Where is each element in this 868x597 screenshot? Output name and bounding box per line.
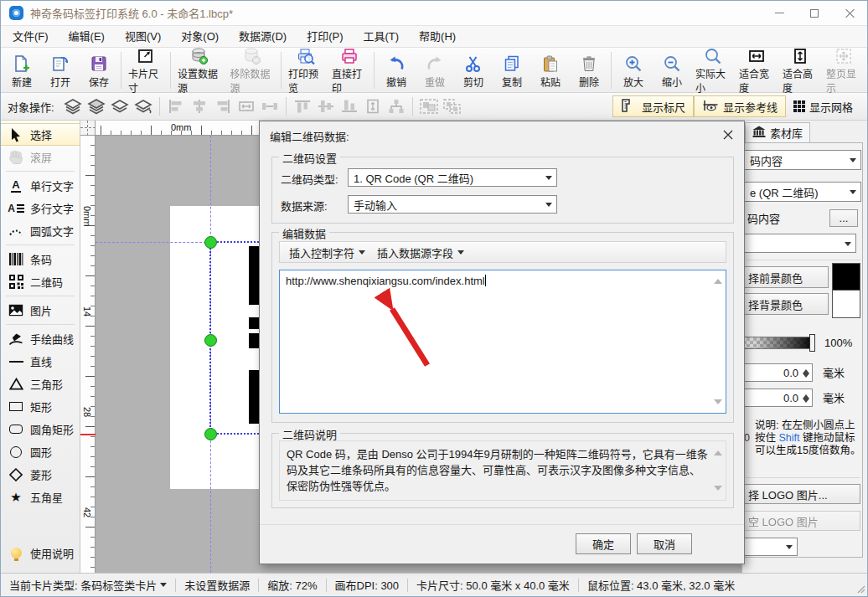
rounded-rectangle-icon bbox=[7, 425, 25, 434]
menu-view[interactable]: 视图(V) bbox=[115, 26, 171, 47]
logo-option-combo[interactable] bbox=[742, 538, 798, 556]
background-color-button[interactable]: 择背景颜色 bbox=[742, 293, 829, 315]
menu-tools[interactable]: 工具(T) bbox=[353, 26, 409, 47]
tool-single-line-text[interactable]: A 单行文字 bbox=[1, 174, 80, 197]
tool-rounded-rectangle[interactable]: 圆角矩形 bbox=[1, 418, 80, 440]
tool-diamond[interactable]: 菱形 bbox=[1, 463, 80, 486]
tool-curve[interactable]: 手绘曲线 bbox=[1, 327, 80, 350]
show-grid-toggle[interactable]: 显示网格 bbox=[786, 95, 860, 117]
qrcode-data-textarea[interactable]: http://www.shenqixiangsu.com/index.html bbox=[279, 270, 726, 414]
offset-y-spinner[interactable]: 0.0 bbox=[742, 389, 813, 407]
tool-line[interactable]: 直线 bbox=[1, 350, 80, 373]
tool-circle[interactable]: 圆形 bbox=[1, 440, 80, 463]
offset-x-spinner[interactable]: 0.0 bbox=[742, 363, 813, 382]
panel-separator bbox=[746, 477, 860, 478]
minimize-button[interactable] bbox=[762, 1, 797, 25]
horizontal-guide-line[interactable] bbox=[96, 242, 210, 243]
qrcode-object[interactable] bbox=[249, 370, 259, 424]
dialog-close-button[interactable] bbox=[721, 127, 736, 142]
qrcode-object[interactable] bbox=[249, 333, 259, 348]
new-button[interactable]: 新建 bbox=[3, 49, 41, 91]
data-source-combo[interactable]: 手动输入 bbox=[348, 195, 557, 214]
fit-height-button[interactable]: 适合高度 bbox=[778, 49, 822, 91]
close-button[interactable] bbox=[832, 1, 867, 25]
actual-size-button[interactable]: 实际大小 bbox=[691, 49, 735, 91]
qrcode-type-combo[interactable]: 1. QR Code (QR 二维码) bbox=[348, 168, 557, 187]
save-button[interactable]: 保存 bbox=[80, 49, 118, 91]
menu-datasource[interactable]: 数据源(D) bbox=[229, 26, 297, 47]
tool-image[interactable]: 图片 bbox=[1, 299, 80, 322]
h-spacing-icon bbox=[259, 96, 281, 116]
open-button[interactable]: 打开 bbox=[41, 49, 80, 91]
remove-datasource-button: 移除数据源 bbox=[226, 49, 279, 91]
zoom-in-button[interactable]: 放大 bbox=[614, 49, 653, 91]
paste-button[interactable]: 粘贴 bbox=[531, 49, 570, 91]
single-line-text-icon: A bbox=[7, 179, 25, 193]
spinner-arrows-icon[interactable] bbox=[801, 366, 810, 379]
group-icon bbox=[418, 96, 440, 116]
qrcode-object[interactable] bbox=[249, 246, 259, 305]
scroll-down-icon[interactable] bbox=[714, 399, 722, 409]
background-color-swatch[interactable] bbox=[832, 290, 860, 318]
insert-datasource-field-button[interactable]: 插入数据源字段 bbox=[371, 243, 470, 261]
tool-arc-text[interactable]: 圆弧文字 bbox=[1, 219, 80, 242]
cancel-button[interactable]: 取消 bbox=[637, 533, 692, 554]
foreground-color-swatch[interactable] bbox=[832, 263, 860, 291]
delete-button[interactable]: 删除 bbox=[570, 49, 608, 91]
scroll-down-icon[interactable] bbox=[714, 486, 722, 495]
tool-star[interactable]: ★ 五角星 bbox=[1, 486, 80, 508]
move-up-layer-icon[interactable] bbox=[109, 96, 131, 116]
edit-data-group: 编辑数据 插入控制字符 插入数据源字段 http://www.shenqixia… bbox=[271, 232, 734, 423]
fit-width-button[interactable]: 适合宽度 bbox=[735, 49, 778, 91]
help-button[interactable]: 使用说明 bbox=[1, 542, 80, 564]
scroll-up-icon[interactable] bbox=[714, 275, 722, 284]
tool-rectangle[interactable]: 矩形 bbox=[1, 395, 80, 418]
code-type-combo[interactable]: e (QR 二维码) bbox=[744, 182, 861, 202]
spinner-arrows-icon[interactable] bbox=[801, 391, 810, 404]
menu-file[interactable]: 文件(F) bbox=[3, 26, 59, 47]
tool-triangle[interactable]: 三角形 bbox=[1, 373, 80, 395]
show-ruler-toggle[interactable]: 显示标尺 bbox=[612, 95, 694, 117]
toolbar-separator bbox=[286, 97, 287, 116]
insert-control-char-button[interactable]: 插入控制字符 bbox=[283, 243, 371, 261]
menu-edit[interactable]: 编辑(E) bbox=[59, 26, 115, 47]
set-datasource-button[interactable]: 设置数据源 bbox=[173, 49, 226, 91]
tool-qrcode[interactable]: 二维码 bbox=[1, 270, 80, 293]
selection-handle-top-left[interactable] bbox=[204, 236, 217, 249]
foreground-color-button[interactable]: 择前景颜色 bbox=[742, 266, 829, 288]
selection-handle-bottom-left[interactable] bbox=[204, 428, 217, 440]
direct-print-button[interactable]: 直接打印 bbox=[328, 49, 371, 91]
ok-button[interactable]: 确定 bbox=[576, 533, 631, 554]
tool-barcode[interactable]: 条码 bbox=[1, 248, 80, 270]
show-guides-toggle[interactable]: 显示参考线 bbox=[694, 95, 786, 117]
print-preview-button[interactable]: 打印预览 bbox=[284, 49, 328, 91]
content-value-combo[interactable] bbox=[744, 234, 856, 253]
align-middle-v-icon bbox=[315, 96, 337, 116]
selection-handle-middle-left[interactable] bbox=[204, 334, 217, 347]
undo-button[interactable]: 撤销 bbox=[377, 49, 416, 91]
card-type-status[interactable]: 当前卡片类型: 条码标签类卡片 bbox=[1, 577, 175, 593]
move-down-layer-icon[interactable] bbox=[132, 96, 154, 116]
scissors-icon bbox=[463, 54, 483, 74]
menu-help[interactable]: 帮助(H) bbox=[409, 26, 466, 47]
zoom-out-button[interactable]: 缩小 bbox=[653, 49, 691, 91]
code-content-combo[interactable]: 码内容 bbox=[744, 150, 861, 170]
tool-multi-line-text[interactable]: A 多行文字 bbox=[1, 197, 80, 219]
resize-grip[interactable] bbox=[855, 584, 865, 596]
bring-to-front-icon[interactable] bbox=[62, 96, 84, 116]
slider-knob[interactable] bbox=[809, 334, 815, 352]
card-size-button[interactable]: 卡片尺寸 bbox=[124, 49, 168, 91]
scroll-up-icon[interactable] bbox=[714, 446, 722, 455]
opacity-slider[interactable] bbox=[742, 337, 814, 349]
copy-button[interactable]: 复制 bbox=[493, 49, 531, 91]
menu-object[interactable]: 对象(O) bbox=[171, 26, 229, 47]
tab-material-library[interactable]: 素材库 bbox=[745, 122, 810, 142]
menu-print[interactable]: 打印(P) bbox=[297, 26, 353, 47]
more-button[interactable]: ... bbox=[829, 209, 858, 227]
tool-select[interactable]: 选择 bbox=[1, 123, 80, 146]
maximize-button[interactable] bbox=[797, 1, 832, 25]
send-to-back-icon[interactable] bbox=[85, 96, 107, 116]
cut-button[interactable]: 剪切 bbox=[454, 49, 493, 91]
select-logo-button[interactable]: 择 LOGO 图片... bbox=[742, 484, 860, 504]
qrcode-object[interactable] bbox=[249, 317, 259, 329]
